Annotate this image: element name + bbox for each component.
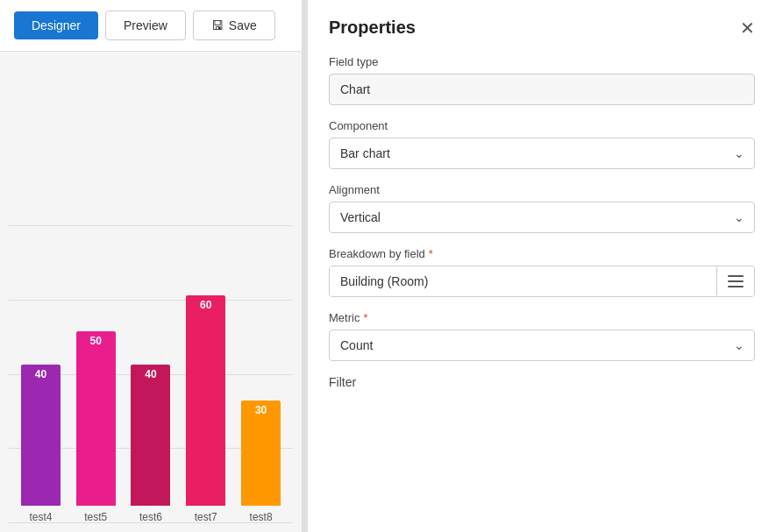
- chart-bar: 40: [131, 365, 170, 506]
- bar-value-label: 60: [200, 295, 211, 311]
- save-icon: 🖫: [211, 18, 224, 32]
- bar-value-label: 40: [35, 365, 46, 380]
- chart-bar: 30: [241, 401, 281, 506]
- bar-group: 30test8: [238, 401, 284, 523]
- save-button[interactable]: 🖫 Save: [193, 11, 275, 40]
- metric-select-wrapper: Count ⌄: [329, 330, 755, 361]
- panel-header: Properties ✕: [329, 18, 755, 38]
- breakdown-field-wrapper: [329, 266, 755, 297]
- breakdown-label: Breakdown by field *: [329, 247, 755, 260]
- breakdown-group: Breakdown by field *: [329, 247, 755, 297]
- filter-label: Filter: [329, 375, 755, 389]
- field-type-label: Field type: [329, 55, 755, 68]
- bar-name-label: test4: [29, 511, 52, 523]
- panel-title: Properties: [329, 18, 416, 38]
- bar-name-label: test7: [195, 511, 217, 523]
- filter-group: Filter: [329, 375, 755, 389]
- breakdown-list-icon[interactable]: [716, 267, 754, 295]
- alignment-label: Alignment: [329, 183, 755, 196]
- left-panel: Designer Preview 🖫 Save 40test450test540…: [0, 0, 303, 532]
- metric-group: Metric * Count ⌄: [329, 311, 755, 361]
- component-select[interactable]: Bar chart: [329, 138, 755, 169]
- close-button[interactable]: ✕: [740, 19, 755, 37]
- alignment-select-wrapper: Vertical ⌄: [329, 202, 755, 233]
- svg-rect-2: [728, 286, 744, 287]
- bar-group: 40test4: [18, 365, 64, 523]
- toolbar: Designer Preview 🖫 Save: [0, 0, 302, 52]
- component-select-wrapper: Bar chart ⌄: [329, 138, 755, 169]
- bars-container: 40test450test540test660test730test8: [9, 225, 293, 523]
- metric-required: *: [363, 311, 367, 324]
- bar-value-label: 50: [90, 331, 102, 347]
- bar-group: 40test6: [128, 365, 174, 523]
- bar-name-label: test5: [84, 511, 107, 523]
- field-type-input[interactable]: [329, 74, 755, 105]
- alignment-select[interactable]: Vertical: [329, 202, 755, 233]
- component-group: Component Bar chart ⌄: [329, 119, 755, 169]
- grid-line: [9, 225, 293, 226]
- grid-line: [9, 300, 293, 301]
- field-type-group: Field type: [329, 55, 755, 105]
- bar-group: 50test5: [73, 331, 119, 523]
- preview-button[interactable]: Preview: [105, 11, 186, 40]
- svg-rect-0: [728, 275, 744, 277]
- designer-button[interactable]: Designer: [14, 11, 98, 39]
- chart-bar: 40: [21, 365, 61, 506]
- chart-bar: 60: [186, 295, 225, 506]
- metric-label: Metric *: [329, 311, 755, 324]
- properties-panel: Properties ✕ Field type Component Bar ch…: [308, 0, 776, 532]
- bar-name-label: test6: [139, 511, 162, 523]
- alignment-group: Alignment Vertical ⌄: [329, 183, 755, 233]
- breakdown-input[interactable]: [330, 266, 716, 296]
- breakdown-required: *: [429, 247, 433, 260]
- chart-bar: 50: [76, 331, 116, 506]
- chart-area: 40test450test540test660test730test8: [0, 52, 302, 532]
- svg-rect-1: [728, 280, 744, 282]
- bar-value-label: 40: [145, 365, 156, 380]
- bar-name-label: test8: [250, 511, 273, 523]
- bar-group: 60test7: [182, 295, 229, 523]
- bar-value-label: 30: [255, 401, 267, 416]
- component-label: Component: [329, 119, 755, 132]
- metric-select[interactable]: Count: [329, 330, 755, 361]
